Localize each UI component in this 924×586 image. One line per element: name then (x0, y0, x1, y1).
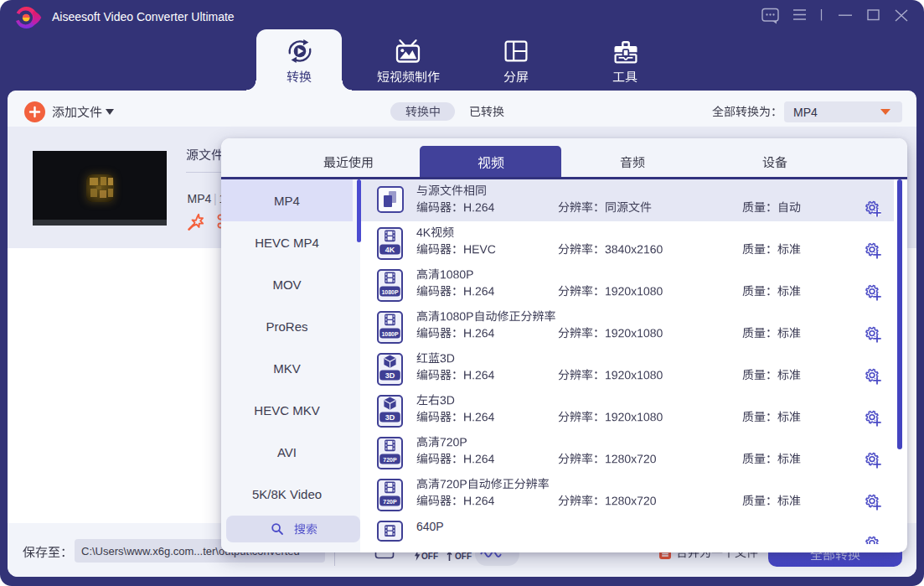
svg-text:1080P: 1080P (381, 331, 399, 337)
svg-text:3D: 3D (385, 413, 395, 422)
svg-text:4K: 4K (385, 246, 395, 254)
svg-text:720P: 720P (383, 499, 397, 505)
svg-text:3D: 3D (385, 371, 395, 380)
svg-text:720P: 720P (383, 457, 397, 463)
svg-text:1080P: 1080P (381, 289, 399, 295)
